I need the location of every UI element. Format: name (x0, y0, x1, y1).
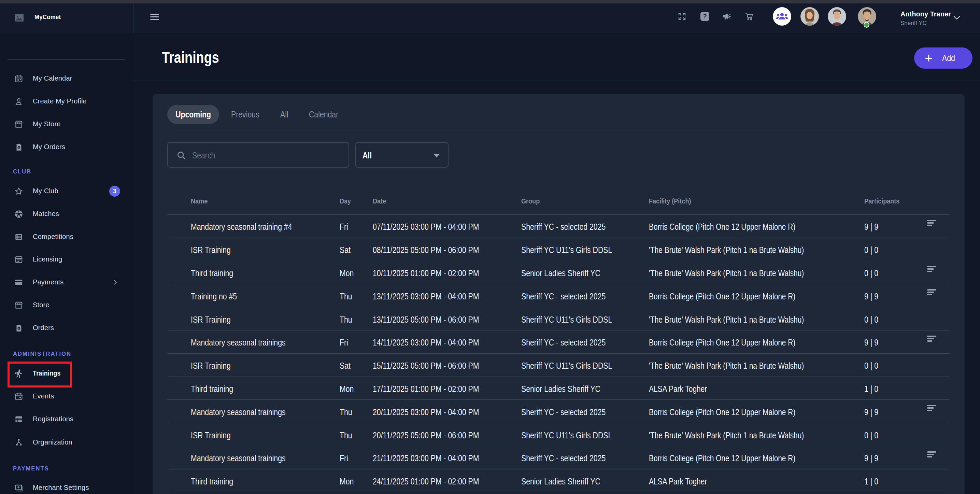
svg-text:$: $ (18, 327, 19, 330)
svg-text:$: $ (18, 147, 19, 149)
